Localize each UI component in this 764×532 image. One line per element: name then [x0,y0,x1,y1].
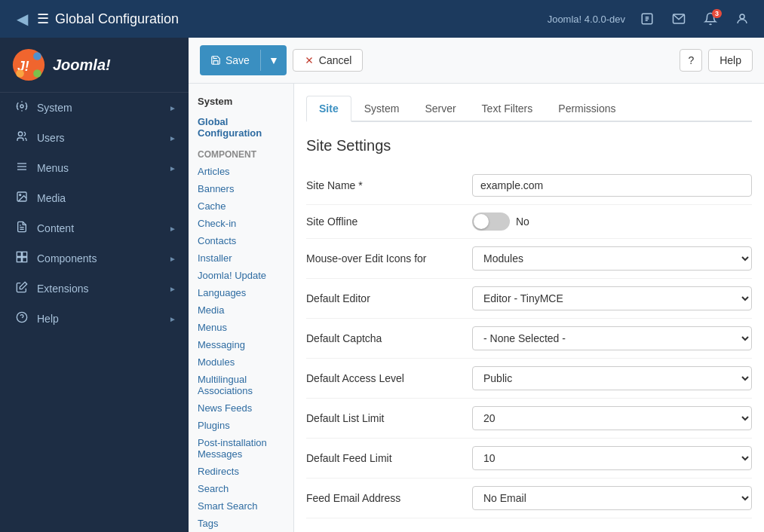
cancel-button[interactable]: Cancel [293,49,364,72]
sub-nav-plugins[interactable]: Plugins [189,417,293,434]
site-offline-toggle-label: No [516,216,529,228]
tab-site[interactable]: Site [306,96,351,122]
help-label: Help [720,54,741,66]
system-icon [14,100,29,115]
question-label: ? [688,54,694,66]
mail-button[interactable] [664,8,693,30]
sub-nav-component-section: Component [189,145,293,163]
sub-nav-postinstall[interactable]: Post-installation Messages [189,434,293,463]
sidebar-item-label: Help [37,313,161,325]
default-access-select[interactable]: Public Registered Special [472,366,752,390]
sidebar-item-extensions[interactable]: Extensions ► [0,274,189,304]
form-row-feed-limit: Default Feed Limit 5 10 15 20 25 [306,439,752,478]
help-button[interactable]: Help [708,49,753,72]
svg-point-5 [33,52,41,60]
tab-system[interactable]: System [351,96,413,122]
save-dropdown-button[interactable]: ▼ [260,50,287,71]
main-layout: J! Joomla! System ► Users ► [0,38,764,532]
sub-nav-articles[interactable]: Articles [189,163,293,180]
save-main-button[interactable]: Save [200,50,260,71]
sidebar-item-system[interactable]: System ► [0,93,189,123]
sub-nav-checkin[interactable]: Check-in [189,215,293,232]
tab-server[interactable]: Server [412,96,468,122]
back-button[interactable]: ◀ [8,10,37,28]
site-offline-toggle[interactable] [472,212,510,231]
content-area: Save ▼ Cancel ? Help System Global Confi… [189,38,764,532]
site-offline-toggle-wrap: No [472,212,752,231]
chevron-right-icon: ► [169,104,176,112]
sub-nav-multilingual[interactable]: Multilingual Associations [189,371,293,399]
user-button[interactable] [728,8,756,30]
sidebar-item-label: Components [37,252,161,264]
sidebar-item-content[interactable]: Content ► [0,213,189,243]
sidebar-logo: J! Joomla! [0,38,189,93]
topbar: ◀ ☰ Global Configuration Joomla! 4.0.0-d… [0,0,764,38]
sub-nav-redirects[interactable]: Redirects [189,463,293,480]
site-name-input[interactable] [472,174,752,197]
sub-nav-languages[interactable]: Languages [189,284,293,301]
extensions-icon [14,281,29,296]
default-captcha-select[interactable]: - None Selected - ReCaptcha [472,326,752,350]
default-editor-control: Editor - TinyMCE Editor - CodeMirror No … [472,286,752,310]
sidebar-item-label: Media [37,192,176,204]
sidebar-item-label: Users [37,132,161,144]
question-button[interactable]: ? [680,49,702,72]
feed-limit-control: 5 10 15 20 25 [472,446,752,470]
sub-nav-smart-search[interactable]: Smart Search [189,497,293,515]
sidebar-item-media[interactable]: Media [0,183,189,213]
feed-limit-select[interactable]: 5 10 15 20 25 [472,446,752,470]
sub-nav-media[interactable]: Media [189,301,293,319]
svg-rect-18 [23,252,27,256]
sub-nav-tags[interactable]: Tags [189,515,293,532]
user-icon [735,12,749,26]
sub-nav-banners[interactable]: Banners [189,180,293,197]
joomla-logo-text: Joomla! [53,57,111,74]
sub-nav-installer[interactable]: Installer [189,249,293,267]
cancel-label: Cancel [319,54,352,66]
users-icon [14,130,29,145]
tab-permissions[interactable]: Permissions [545,96,628,122]
sub-nav-menus[interactable]: Menus [189,319,293,336]
default-editor-select[interactable]: Editor - TinyMCE Editor - CodeMirror No … [472,286,752,310]
media-icon [14,191,29,206]
sub-nav-contacts[interactable]: Contacts [189,232,293,249]
sidebar: J! Joomla! System ► Users ► [0,38,189,532]
svg-point-2 [740,14,744,19]
sub-nav-system-label: System [189,91,293,112]
tabs: Site System Server Text Filters Permissi… [306,96,752,122]
save-button-group[interactable]: Save ▼ [200,45,287,75]
site-name-label: Site Name * [306,179,472,191]
bell-button[interactable]: 3 [696,8,725,30]
default-editor-label: Default Editor [306,292,472,304]
sub-nav-search[interactable]: Search [189,480,293,497]
sub-nav-joomla-update[interactable]: Joomla! Update [189,267,293,284]
sidebar-item-help[interactable]: Help ► [0,304,189,334]
sidebar-item-label: Extensions [37,283,161,295]
content-icon [14,221,29,236]
sub-nav-newsfeeds[interactable]: News Feeds [189,399,293,417]
default-captcha-label: Default Captcha [306,332,472,344]
svg-marker-21 [20,282,26,289]
sub-nav-modules[interactable]: Modules [189,353,293,371]
site-name-control [472,174,752,197]
sidebar-item-label: Content [37,222,161,234]
sub-nav-messaging[interactable]: Messaging [189,336,293,353]
form-row-site-offline: Site Offline No [306,205,752,239]
sub-nav: System Global Configuration Component Ar… [189,84,294,532]
chevron-right-icon: ► [169,315,176,323]
chevron-right-icon: ► [169,164,176,173]
tab-text-filters[interactable]: Text Filters [469,96,546,122]
sidebar-item-components[interactable]: Components ► [0,243,189,274]
inner-layout: System Global Configuration Component Ar… [189,84,764,532]
edit-icon-button[interactable] [633,8,661,30]
sub-nav-cache[interactable]: Cache [189,197,293,215]
form-row-list-limit: Default List Limit 5 10 15 20 25 30 50 1… [306,399,752,439]
feed-limit-label: Default Feed Limit [306,452,472,464]
feed-email-select[interactable]: No Email Author Email Site Email [472,486,752,510]
list-limit-select[interactable]: 5 10 15 20 25 30 50 100 [472,406,752,430]
sidebar-item-menus[interactable]: Menus ► [0,153,189,183]
joomla-logo-icon: J! [12,48,45,81]
sidebar-item-users[interactable]: Users ► [0,123,189,153]
topbar-actions: 3 [633,8,756,30]
mouseover-select[interactable]: Modules All None [472,246,752,271]
